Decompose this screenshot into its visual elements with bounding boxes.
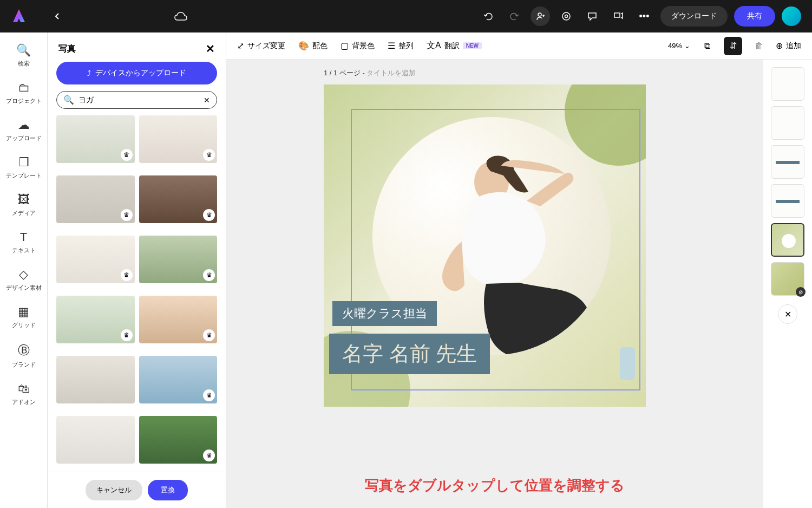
- page-thumb-2[interactable]: [771, 106, 804, 140]
- present-icon[interactable]: [608, 6, 628, 26]
- svg-point-2: [565, 15, 568, 18]
- page-thumb-4[interactable]: [771, 184, 804, 218]
- rail-brand[interactable]: Ⓑブランド: [0, 342, 47, 369]
- page-info[interactable]: 1 / 1 ページ - タイトルを追加: [324, 68, 416, 78]
- panel-title: 写真: [58, 43, 76, 55]
- rail-addon[interactable]: 🛍アドオン: [0, 382, 47, 406]
- rail-text[interactable]: Tテキスト: [0, 230, 47, 255]
- premium-badge-icon: ♛: [121, 269, 133, 281]
- delete-button[interactable]: 🗑: [750, 37, 768, 55]
- instruction-text: 写真をダブルタップして位置を調整する: [365, 476, 625, 495]
- upload-from-device-button[interactable]: ⤴ デバイスからアップロード: [56, 62, 217, 84]
- photo-result[interactable]: ♛: [139, 175, 218, 223]
- page-thumb-5[interactable]: [771, 223, 804, 257]
- photo-result[interactable]: [56, 416, 135, 464]
- back-button[interactable]: [49, 8, 66, 25]
- download-button[interactable]: ダウンロード: [660, 6, 728, 27]
- premium-badge-icon: ♛: [121, 209, 133, 221]
- premium-badge-icon: ♛: [203, 329, 215, 341]
- zoom-control[interactable]: 49%⌄: [668, 42, 690, 50]
- photo-result[interactable]: [56, 356, 135, 403]
- upload-icon: ☁: [18, 118, 30, 132]
- premium-badge-icon: ♛: [203, 269, 215, 281]
- rail-grid[interactable]: ▦グリッド: [0, 305, 47, 329]
- app-logo[interactable]: [11, 8, 27, 24]
- photo-result[interactable]: ♛: [139, 115, 218, 163]
- add-button[interactable]: ⊕追加: [776, 41, 801, 51]
- replace-button[interactable]: 置換: [148, 480, 188, 500]
- photo-result[interactable]: ♛: [56, 296, 135, 343]
- page-thumb-6[interactable]: ⊘: [771, 262, 804, 296]
- photo-result[interactable]: ♛: [139, 356, 218, 403]
- close-pages-button[interactable]: ✕: [778, 304, 797, 324]
- photo-result[interactable]: ♛: [56, 115, 135, 163]
- plus-icon: ⊕: [776, 41, 783, 51]
- rail-upload[interactable]: ☁アップロード: [0, 118, 47, 142]
- resize-icon: ⤢: [237, 41, 244, 51]
- premium-badge-icon: ♛: [203, 389, 215, 401]
- help-icon[interactable]: [556, 6, 576, 26]
- rail-search[interactable]: 🔍検索: [0, 43, 47, 68]
- photo-result[interactable]: ♛: [139, 236, 218, 283]
- premium-badge-icon: ♛: [203, 149, 215, 161]
- premium-badge-icon: ♛: [121, 149, 133, 161]
- editor-toolbar: ⤢サイズ変更 🎨配色 ▢背景色 ☰整列 文A翻訳NEW 49%⌄ ⧉ ⇵ 🗑 ⊕…: [226, 32, 812, 60]
- clear-search-button[interactable]: ✕: [204, 96, 210, 105]
- pages-rail: ⊘ ✕: [763, 60, 812, 508]
- new-badge: NEW: [463, 42, 482, 49]
- search-icon: 🔍: [16, 43, 31, 57]
- svg-point-0: [538, 13, 541, 16]
- share-button[interactable]: 共有: [734, 6, 775, 27]
- page-thumb-3[interactable]: [771, 145, 804, 179]
- bg-icon: ▢: [340, 41, 349, 51]
- template-icon: ❐: [18, 155, 29, 170]
- translate-icon: 文A: [427, 40, 441, 51]
- photo-result[interactable]: ♛: [56, 175, 135, 223]
- palette-icon: 🎨: [298, 41, 309, 51]
- more-icon[interactable]: •••: [634, 6, 654, 26]
- undo-button[interactable]: [479, 6, 498, 26]
- premium-badge-icon: ♛: [203, 450, 215, 461]
- title-text[interactable]: 名字 名前 先生: [329, 334, 490, 374]
- photos-panel: 写真 ✕ ⤴ デバイスからアップロード 🔍 ✕ ♛ ♛ ♛ ♛ ♛ ♛ ♛ ♛ …: [48, 32, 226, 508]
- rail-template[interactable]: ❐テンプレート: [0, 155, 47, 180]
- rail-media[interactable]: 🖾メディア: [0, 193, 47, 217]
- comment-icon[interactable]: [582, 6, 602, 26]
- text-icon: T: [20, 230, 27, 244]
- align-tool[interactable]: ☰整列: [388, 41, 414, 51]
- photo-result[interactable]: ♛: [139, 416, 218, 464]
- align-icon: ☰: [388, 41, 395, 51]
- invite-button[interactable]: [531, 6, 550, 26]
- premium-badge-icon: ♛: [121, 329, 133, 341]
- rail-elements[interactable]: ◇デザイン素材: [0, 268, 47, 292]
- resize-tool[interactable]: ⤢サイズ変更: [237, 41, 285, 51]
- user-avatar[interactable]: [782, 6, 801, 26]
- svg-rect-3: [614, 13, 620, 17]
- palette-tool[interactable]: 🎨配色: [298, 41, 328, 51]
- svg-point-1: [562, 12, 570, 20]
- canvas-area[interactable]: 1 / 1 ページ - タイトルを追加 火曜クラス担当 名字 名前 先生 写真を…: [226, 60, 763, 508]
- chevron-down-icon: ⌄: [684, 42, 690, 50]
- search-input[interactable]: [78, 96, 199, 105]
- shape-icon: ◇: [19, 268, 28, 282]
- background-tool[interactable]: ▢背景色: [340, 41, 375, 51]
- photo-result[interactable]: ♛: [139, 296, 218, 343]
- cancel-button[interactable]: キャンセル: [86, 480, 142, 500]
- design-canvas[interactable]: 火曜クラス担当 名字 名前 先生: [324, 84, 646, 407]
- rail-projects[interactable]: 🗀プロジェクト: [0, 81, 47, 105]
- cloud-sync-icon[interactable]: [174, 11, 187, 21]
- brand-icon: Ⓑ: [18, 342, 30, 359]
- layers-button[interactable]: ⇵: [724, 37, 742, 55]
- media-icon: 🖾: [18, 193, 30, 207]
- panel-close-button[interactable]: ✕: [206, 42, 215, 55]
- photo-result[interactable]: ♛: [56, 236, 135, 283]
- translate-tool[interactable]: 文A翻訳NEW: [427, 40, 482, 51]
- search-icon: 🔍: [63, 95, 74, 105]
- premium-badge-icon: ♛: [203, 209, 215, 221]
- redo-button[interactable]: [505, 6, 524, 26]
- subtitle-text[interactable]: 火曜クラス担当: [332, 301, 437, 326]
- duplicate-button[interactable]: ⧉: [698, 37, 716, 55]
- photo-grid: ♛ ♛ ♛ ♛ ♛ ♛ ♛ ♛ ♛ ♛: [48, 115, 226, 472]
- photo-search[interactable]: 🔍 ✕: [56, 91, 217, 109]
- page-thumb-1[interactable]: [771, 67, 804, 101]
